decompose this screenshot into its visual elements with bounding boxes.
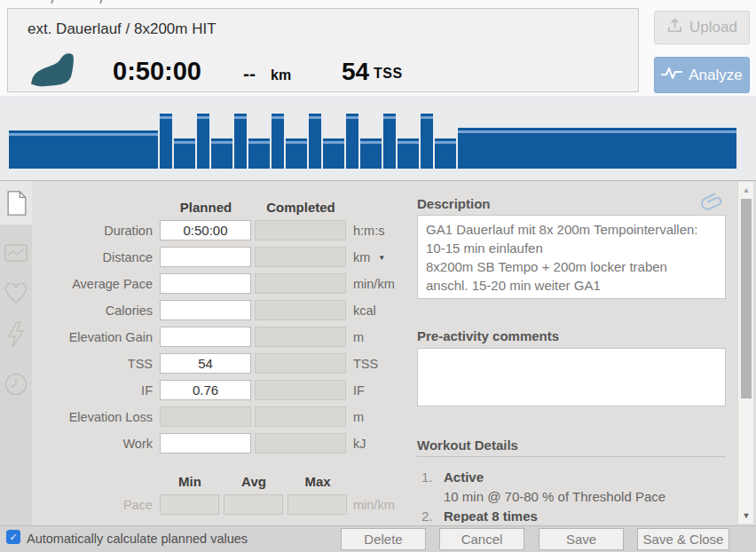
upload-button-label: Upload <box>689 19 737 36</box>
workout-profile-bars <box>9 96 747 169</box>
scrollbar-up-arrow-icon[interactable]: ▲ <box>738 185 754 194</box>
workout-profile-bar-recovery-4 <box>286 138 307 169</box>
planned-column-header: Planned <box>160 200 252 215</box>
workout-quickview-window: ext. Dauerlauf / 8x200m HIT 0:50:00 -- k… <box>0 0 756 552</box>
workout-profile-bar-recovery-6 <box>360 138 382 169</box>
footer-action-bar: ✓ Automatically calculate planned values… <box>0 525 756 552</box>
workout-profile-bar-interval-6 <box>346 114 358 169</box>
workout-profile-bar-recovery-5 <box>323 138 344 169</box>
description-textarea[interactable]: GA1 Dauerlauf mit 8x 200m Tempointervall… <box>417 215 726 299</box>
cancel-button[interactable]: Cancel <box>439 528 524 550</box>
workout-detail-panel: Planned Completed Durationh:m:sDistancek… <box>0 180 756 525</box>
planned-input-tss[interactable] <box>160 353 251 374</box>
description-label: Description <box>417 196 491 211</box>
analyze-button-label: Analyze <box>689 67 742 84</box>
workout-profile-bar-interval-5 <box>309 114 321 169</box>
metric-label-calories: Calories <box>0 304 153 318</box>
planned-input-work[interactable] <box>160 433 251 453</box>
document-icon <box>6 191 27 216</box>
workout-step-number: 2. <box>421 507 444 523</box>
planned-duration-stat: 0:50:00 <box>113 57 201 86</box>
workout-step-2: 2.Repeat 8 times <box>421 507 728 523</box>
save-and-close-button[interactable]: Save & Close <box>637 528 729 550</box>
metric-label-average-pace: Average Pace <box>0 277 153 291</box>
save-button[interactable]: Save <box>539 528 624 550</box>
workout-profile-bar-cooldown <box>458 128 736 169</box>
workout-profile-bar-interval-8 <box>421 114 433 169</box>
workout-profile-bar-interval-4 <box>272 114 284 169</box>
unit-label-distance: km▼ <box>353 250 385 264</box>
running-shoe-icon <box>31 51 75 92</box>
unit-label-work: kJ <box>353 437 366 451</box>
workout-profile-bar-interval-7 <box>383 114 396 169</box>
workout-details-label: Workout Details <box>417 438 518 453</box>
scrollbar-down-arrow-icon[interactable]: ▼ <box>738 511 754 520</box>
scrollbar-thumb[interactable] <box>741 199 752 398</box>
auto-calculate-checkbox[interactable]: ✓ <box>6 530 20 544</box>
workout-profile-bar-interval-1 <box>160 114 172 169</box>
metric-label-if: IF <box>0 383 153 398</box>
metric-label-elevation-loss: Elevation Loss <box>0 410 153 424</box>
workout-profile-bar-recovery-1 <box>174 138 195 169</box>
workout-profile-bar-interval-2 <box>197 114 209 169</box>
completed-input-elevation-loss <box>255 406 346 427</box>
workout-profile-bar-recovery-8 <box>435 138 456 169</box>
unit-label-elevation-gain: m <box>353 330 364 344</box>
clipped-header-text-fragment <box>99 0 103 4</box>
pace-avg-input <box>224 494 283 515</box>
completed-input-tss <box>255 353 346 374</box>
metric-label-duration: Duration <box>0 224 153 238</box>
pace-max-input <box>287 494 347 515</box>
planned-tss-stat: 54 <box>342 58 369 86</box>
analyze-button[interactable]: Analyze <box>654 57 750 93</box>
max-column-header: Max <box>287 474 348 489</box>
workout-profile-bar-recovery-2 <box>211 138 232 169</box>
upload-icon <box>666 17 683 38</box>
completed-column-header: Completed <box>255 200 347 215</box>
tab-summary[interactable] <box>4 190 28 217</box>
completed-input-elevation-gain <box>255 327 346 347</box>
workout-profile-bar-recovery-7 <box>398 138 419 169</box>
completed-input-distance <box>255 247 346 267</box>
workout-profile-bar-recovery-3 <box>248 138 270 169</box>
workout-profile-bar-interval-3 <box>234 114 247 169</box>
planned-input-if[interactable] <box>160 380 251 400</box>
distance-unit-label: km <box>271 67 291 83</box>
upload-button[interactable]: Upload <box>654 11 750 44</box>
tss-unit-label: TSS <box>374 66 403 82</box>
planned-input-calories[interactable] <box>160 300 251 320</box>
unit-label-tss: TSS <box>353 357 378 371</box>
workout-step-1: 1.Active10 min @ 70-80 % of Threshold Pa… <box>421 468 728 507</box>
right-column-scroll-viewport: Description GA1 Dauerlauf mit 8x 200m Te… <box>408 181 737 523</box>
completed-input-duration <box>255 220 346 241</box>
pace-unit-label: min/km <box>353 498 395 512</box>
metric-label-elevation-gain: Elevation Gain <box>0 330 153 344</box>
completed-input-work <box>255 433 346 453</box>
planned-input-elevation-gain[interactable] <box>160 327 251 347</box>
pre-activity-comments-textarea[interactable] <box>417 348 726 406</box>
delete-button[interactable]: Delete <box>341 528 426 550</box>
metric-label-distance: Distance <box>0 250 153 264</box>
planned-input-elevation-loss <box>160 406 251 427</box>
workout-step-number: 1. <box>421 468 444 487</box>
workout-step-title: Repeat 8 times <box>444 509 538 523</box>
planned-input-distance[interactable] <box>160 247 251 267</box>
workout-details-steps: 1.Active10 min @ 70-80 % of Threshold Pa… <box>421 468 728 523</box>
planned-input-duration[interactable] <box>160 220 251 241</box>
workout-step-title: Active <box>444 469 484 485</box>
metric-label-work: Work <box>0 437 153 451</box>
unit-label-if: IF <box>353 383 365 398</box>
avg-column-header: Avg <box>224 474 284 489</box>
vertical-scrollbar[interactable]: ▲ ▼ <box>737 182 753 524</box>
completed-input-average-pace <box>255 273 346 294</box>
completed-input-calories <box>255 300 346 320</box>
unit-label-calories: kcal <box>353 304 376 318</box>
workout-summary-box: ext. Dauerlauf / 8x200m HIT 0:50:00 -- k… <box>7 8 639 92</box>
workout-profile-chart <box>0 96 756 180</box>
pre-activity-comments-label: Pre-activity comments <box>417 328 559 343</box>
metric-label-tss: TSS <box>0 357 153 371</box>
unit-dropdown-caret-icon[interactable]: ▼ <box>378 254 385 262</box>
pace-row-label: Pace <box>0 498 153 512</box>
planned-input-average-pace[interactable] <box>160 273 251 294</box>
workout-profile-bar-warmup <box>9 130 158 169</box>
